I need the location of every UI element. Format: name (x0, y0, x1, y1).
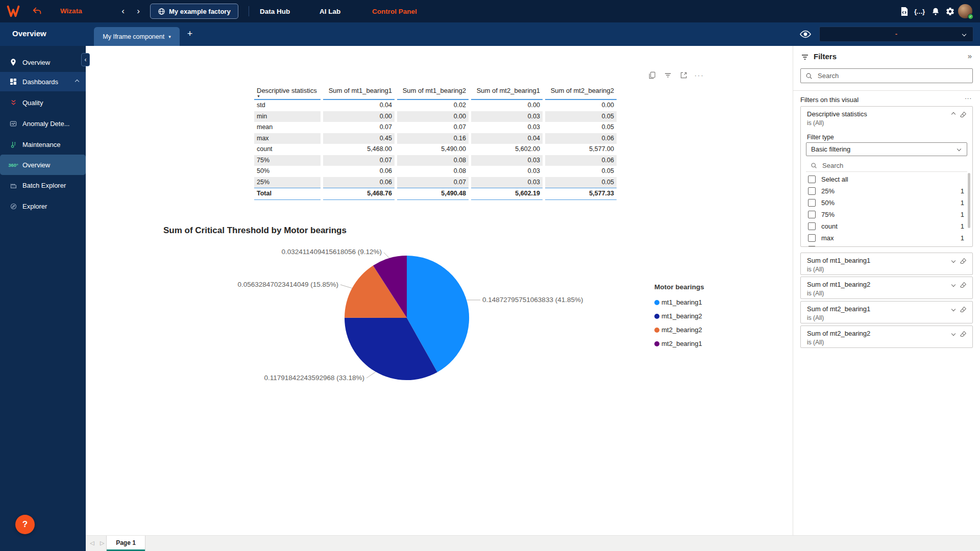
checkbox[interactable] (808, 246, 816, 247)
sidebar-item-overview-360[interactable]: 360° Overview (0, 155, 86, 175)
checkbox[interactable] (808, 222, 816, 230)
filter-option-25[interactable]: 25% 1 (801, 186, 973, 197)
help-button[interactable]: ? (15, 515, 35, 534)
filter-values-search-input[interactable] (822, 162, 955, 169)
nav-next-button[interactable]: › (132, 5, 145, 18)
notifications-bell-icon[interactable] (930, 6, 941, 17)
filter-values-search-box[interactable] (806, 159, 967, 172)
filter-card-title[interactable]: Sum of mt1_bearing2 (807, 281, 870, 288)
factory-selector[interactable]: My example factory (150, 4, 238, 19)
filter-option-max[interactable]: max 1 (801, 233, 973, 244)
table-cell: 0.04 (471, 133, 543, 144)
tab-my-iframe-component[interactable]: My Iframe component ▾ (94, 27, 180, 46)
filter-card-title[interactable]: Sum of mt2_bearing2 (807, 330, 870, 337)
checkbox[interactable] (808, 234, 816, 242)
report-selector-dropdown[interactable]: - (819, 27, 973, 42)
table-row[interactable]: 50%0.060.080.030.05 (254, 166, 617, 177)
legend-item[interactable]: mt1_bearing1 (654, 295, 704, 309)
checkbox[interactable] (808, 187, 816, 195)
preview-eye-icon[interactable] (799, 28, 812, 40)
table-row[interactable]: std0.040.020.000.00 (254, 100, 617, 111)
sidebar-collapse-button[interactable]: ‹ (81, 53, 90, 66)
filter-type-dropdown[interactable]: Basic filtering (806, 142, 967, 156)
chevron-down-icon[interactable] (951, 259, 955, 263)
table-row[interactable]: count5,468.005,490.005,602.005,577.00 (254, 144, 617, 155)
chevron-down-icon[interactable] (951, 283, 955, 287)
table-row[interactable]: max0.450.160.040.06 (254, 133, 617, 144)
table-row[interactable]: 25%0.060.070.030.05 (254, 177, 617, 188)
sidebar-item-overview[interactable]: Overview (0, 53, 86, 72)
table-total-row: Total5,468.765,490.485,602.195,577.33 (254, 188, 617, 200)
column-header[interactable]: Sum of mt2_bearing1 (471, 86, 543, 100)
filters-search-input[interactable] (818, 72, 950, 80)
chevron-down-icon[interactable] (951, 307, 955, 311)
collapse-panel-button[interactable]: » (968, 52, 972, 60)
filter-option-50[interactable]: 50% 1 (801, 197, 973, 209)
chevron-down-icon[interactable] (951, 332, 955, 336)
clear-filter-eraser-icon[interactable] (959, 281, 967, 289)
sidebar-item-explorer[interactable]: Explorer (0, 196, 86, 216)
option-count: 1 (961, 234, 964, 242)
column-header[interactable]: Sum of mt2_bearing2 (545, 86, 617, 100)
back-arrow-icon[interactable] (32, 6, 43, 17)
more-options-icon[interactable]: ··· (695, 70, 704, 80)
nav-item-control-panel[interactable]: Control Panel (372, 0, 417, 22)
add-tab-button[interactable]: + (184, 28, 195, 39)
clear-filter-eraser-icon[interactable] (959, 330, 967, 338)
wizata-logo-icon[interactable] (6, 4, 20, 18)
column-header[interactable]: Sum of mt1_bearing1 (323, 86, 395, 100)
page-tab-page-1[interactable]: Page 1 (106, 536, 145, 551)
legend-item[interactable]: mt2_bearing1 (654, 337, 704, 350)
copy-icon[interactable] (647, 70, 656, 80)
file-code-icon[interactable] (898, 6, 910, 17)
clear-filter-eraser-icon[interactable] (959, 257, 967, 265)
table-row[interactable]: min0.000.000.030.05 (254, 111, 617, 122)
leader-line (384, 253, 389, 258)
focus-mode-icon[interactable] (679, 70, 688, 80)
filter-option-partial[interactable] (801, 244, 973, 247)
checkbox[interactable] (808, 176, 816, 183)
sidebar-item-batch-explorer[interactable]: Batch Explorer (0, 176, 86, 195)
filters-search-box[interactable] (800, 68, 973, 83)
code-braces-icon[interactable]: {…} (914, 6, 925, 17)
chevron-down-icon (957, 147, 961, 151)
option-label: Select all (821, 176, 848, 183)
nav-item-data-hub[interactable]: Data Hub (260, 0, 290, 22)
legend-item[interactable]: mt2_bearing2 (654, 323, 704, 337)
checkbox[interactable] (808, 199, 816, 207)
legend-item[interactable]: mt1_bearing2 (654, 309, 704, 323)
clear-filter-eraser-icon[interactable] (959, 111, 967, 119)
clear-filter-eraser-icon[interactable] (959, 306, 967, 314)
section-more-options-icon[interactable]: ... (965, 93, 972, 101)
checkbox[interactable] (808, 211, 816, 218)
filter-option-select-all[interactable]: Select all (801, 174, 973, 186)
sidebar-item-maintenance[interactable]: Maintenance (0, 135, 86, 154)
chevron-up-icon[interactable] (951, 112, 955, 116)
filter-option-count[interactable]: count 1 (801, 221, 973, 233)
column-header[interactable]: Sum of mt1_bearing2 (397, 86, 469, 100)
table-row[interactable]: mean0.070.070.030.05 (254, 122, 617, 133)
user-avatar[interactable]: ✓ (958, 4, 972, 18)
table-row[interactable]: 75%0.070.080.030.06 (254, 155, 617, 166)
nav-prev-button[interactable]: ‹ (116, 5, 130, 18)
sidebar-item-dashboards[interactable]: Dashboards (0, 72, 86, 91)
sidebar-item-anomaly-detection[interactable]: Anomaly Dete... (0, 114, 86, 133)
table-header-row: Descriptive statistics▼ Sum of mt1_beari… (254, 86, 617, 100)
filter-card-title[interactable]: Descriptive statistics (807, 110, 867, 118)
nav-item-ai-lab[interactable]: AI Lab (320, 0, 340, 22)
settings-gear-icon[interactable] (944, 6, 955, 17)
option-count: 1 (961, 187, 964, 195)
dashboards-grid-icon (8, 77, 18, 87)
filter-list-scrollbar[interactable] (968, 173, 970, 228)
visual-toolbar: ··· (647, 70, 704, 82)
filter-option-75[interactable]: 75% 1 (801, 209, 973, 221)
next-page-icon[interactable]: ▷ (100, 540, 104, 546)
sidebar-item-quality[interactable]: Quality (0, 93, 86, 112)
filter-card-title[interactable]: Sum of mt1_bearing1 (807, 257, 870, 264)
brand-label[interactable]: Wizata (60, 7, 82, 15)
previous-page-icon[interactable]: ◁ (90, 540, 94, 546)
filter-icon[interactable] (663, 70, 672, 80)
sidebar-item-label: Overview (22, 161, 50, 169)
column-header[interactable]: Descriptive statistics▼ (254, 86, 321, 100)
filter-card-title[interactable]: Sum of mt2_bearing1 (807, 305, 870, 313)
